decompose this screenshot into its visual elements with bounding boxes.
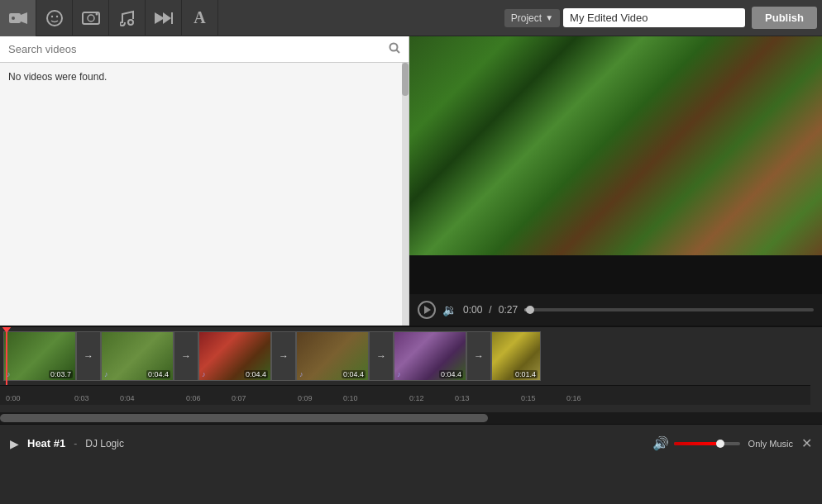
total-duration: 0:27 bbox=[499, 304, 518, 316]
ruler-0-04: 0:04 bbox=[120, 394, 135, 402]
transition-5-icon: → bbox=[474, 350, 484, 362]
time-separator: / bbox=[489, 304, 491, 316]
clip-1[interactable]: ♪ 0:03.7 bbox=[3, 331, 76, 381]
plant-video-thumbnail bbox=[409, 36, 822, 294]
clip-5-music-icon: ♪ bbox=[397, 370, 401, 378]
scrollbar-thumb[interactable] bbox=[402, 63, 409, 96]
music-title: Heat #1 bbox=[27, 437, 65, 449]
clip-5-duration: 0:04.4 bbox=[439, 370, 463, 378]
svg-point-4 bbox=[50, 15, 52, 17]
svg-point-9 bbox=[128, 20, 133, 25]
svg-point-5 bbox=[55, 15, 57, 17]
timeline-ruler: 0:00 0:03 0:04 0:06 0:07 0:09 0:10 0:12 … bbox=[0, 385, 810, 405]
project-area: Project ▼ bbox=[504, 8, 745, 27]
music-close-button[interactable]: ✕ bbox=[801, 435, 812, 451]
project-dropdown-arrow: ▼ bbox=[545, 13, 553, 22]
video-preview bbox=[409, 36, 822, 294]
svg-point-13 bbox=[390, 44, 398, 51]
music-tool[interactable] bbox=[109, 0, 146, 36]
clip-2[interactable]: ♪ 0:04.4 bbox=[101, 331, 174, 381]
playhead[interactable] bbox=[6, 327, 7, 385]
smiley-tool[interactable] bbox=[36, 0, 73, 36]
scrollbar-track[interactable] bbox=[402, 63, 409, 326]
transition-1[interactable]: → bbox=[76, 331, 101, 381]
transition-3[interactable]: → bbox=[271, 331, 296, 381]
left-panel: No videos were found. bbox=[0, 36, 409, 326]
clip-6-duration: 0:01.4 bbox=[514, 370, 538, 378]
ruler-0-06: 0:06 bbox=[186, 394, 201, 402]
clip-4-duration: 0:04.4 bbox=[342, 370, 366, 378]
main-area: No videos were found. 🔉 0:00 / 0:27 bbox=[0, 36, 822, 326]
svg-point-3 bbox=[47, 11, 62, 26]
svg-point-2 bbox=[12, 17, 15, 20]
search-input[interactable] bbox=[0, 36, 380, 62]
timeline[interactable]: ♪ 0:03.7 → ♪ 0:04.4 → ♪ 0:04.4 bbox=[0, 326, 822, 412]
ruler-0-03: 0:03 bbox=[74, 394, 89, 402]
project-name-input[interactable] bbox=[563, 8, 745, 27]
timeline-scrollbar[interactable] bbox=[0, 412, 822, 424]
music-play-button[interactable]: ▶ bbox=[10, 437, 19, 450]
transition-2[interactable]: → bbox=[174, 331, 198, 381]
search-bar bbox=[0, 36, 409, 63]
video-preview-panel: 🔉 0:00 / 0:27 bbox=[409, 36, 822, 326]
volume-button[interactable]: 🔉 bbox=[442, 303, 456, 316]
svg-point-7 bbox=[88, 15, 94, 21]
no-videos-message: No videos were found. bbox=[0, 63, 409, 91]
transition-2-icon: → bbox=[181, 350, 191, 362]
timeline-container: 🔍 ♪ 0:03.7 → ♪ 0:04.4 bbox=[0, 326, 822, 424]
clip-2-music-icon: ♪ bbox=[104, 370, 108, 378]
publish-button[interactable]: Publish bbox=[752, 7, 817, 29]
ruler-0-13: 0:13 bbox=[455, 394, 470, 402]
transition-4-icon: → bbox=[376, 350, 386, 362]
video-list-area: No videos were found. bbox=[0, 63, 409, 326]
project-dropdown[interactable]: Project ▼ bbox=[504, 9, 560, 27]
music-dash: - bbox=[74, 438, 77, 449]
clip-3-music-icon: ♪ bbox=[202, 370, 206, 378]
clip-4[interactable]: ♪ 0:04.4 bbox=[296, 331, 369, 381]
video-controls: 🔉 0:00 / 0:27 bbox=[409, 294, 822, 326]
clip-3[interactable]: ♪ 0:04.4 bbox=[198, 331, 271, 381]
volume-thumb[interactable] bbox=[716, 440, 724, 448]
ruler-0-16: 0:16 bbox=[566, 394, 581, 402]
ruler-0-00: 0:00 bbox=[6, 394, 21, 402]
music-bar: ▶ Heat #1 - DJ Logic 🔊 Only Music ✕ bbox=[0, 424, 822, 462]
svg-point-8 bbox=[95, 12, 98, 15]
volume-slider[interactable] bbox=[674, 442, 740, 445]
clip-4-music-icon: ♪ bbox=[299, 370, 303, 378]
clip-3-duration: 0:04.4 bbox=[244, 370, 268, 378]
svg-marker-11 bbox=[163, 12, 171, 24]
play-button[interactable] bbox=[418, 301, 436, 319]
volume-control: 🔊 bbox=[652, 435, 740, 451]
transition-5[interactable]: → bbox=[466, 331, 491, 381]
playhead-head bbox=[2, 326, 12, 333]
progress-bar[interactable] bbox=[524, 308, 814, 311]
ruler-0-10: 0:10 bbox=[343, 394, 358, 402]
ruler-0-15: 0:15 bbox=[521, 394, 536, 402]
project-label-text: Project bbox=[511, 12, 542, 24]
video-camera-tool[interactable] bbox=[0, 0, 36, 36]
ruler-0-09: 0:09 bbox=[298, 394, 313, 402]
skip-tool[interactable] bbox=[146, 0, 182, 36]
ruler-0-07: 0:07 bbox=[232, 394, 246, 402]
progress-thumb[interactable] bbox=[526, 306, 534, 314]
svg-line-14 bbox=[397, 50, 400, 54]
play-icon bbox=[424, 306, 431, 314]
volume-speaker-icon[interactable]: 🔊 bbox=[652, 435, 669, 451]
video-dark-bar bbox=[409, 255, 822, 294]
clip-5[interactable]: ♪ 0:04.4 bbox=[394, 331, 466, 381]
ruler-0-12: 0:12 bbox=[409, 394, 424, 402]
search-button[interactable] bbox=[380, 37, 409, 61]
text-tool[interactable]: A bbox=[182, 0, 218, 36]
toolbar: A Project ▼ Publish bbox=[0, 0, 822, 36]
photo-tool[interactable] bbox=[73, 0, 109, 36]
clip-6[interactable]: 0:01.4 bbox=[491, 331, 541, 381]
current-time: 0:00 bbox=[463, 304, 482, 316]
clip-1-duration: 0:03.7 bbox=[49, 370, 73, 378]
music-artist: DJ Logic bbox=[85, 438, 124, 449]
transition-4[interactable]: → bbox=[369, 331, 394, 381]
svg-rect-12 bbox=[171, 12, 173, 24]
transition-3-icon: → bbox=[279, 350, 289, 362]
svg-marker-1 bbox=[21, 12, 27, 24]
h-scrollbar-thumb[interactable] bbox=[0, 414, 488, 422]
volume-fill bbox=[674, 442, 717, 445]
